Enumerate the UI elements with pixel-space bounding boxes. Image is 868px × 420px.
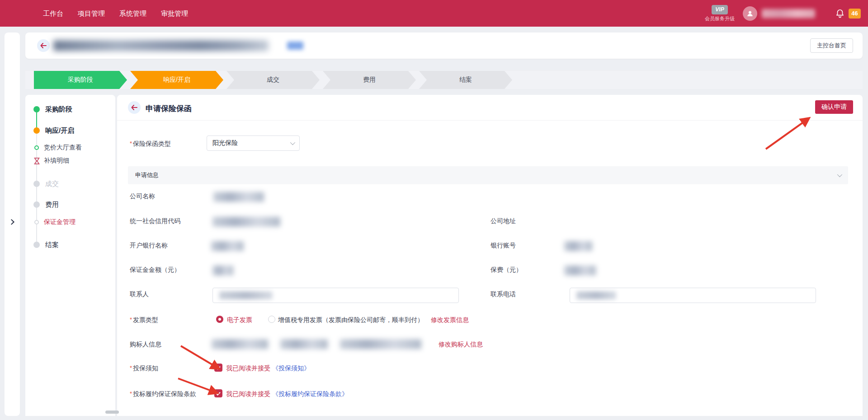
- insurance-notice-checkbox[interactable]: [214, 364, 222, 372]
- section-title: 申请信息: [135, 171, 159, 179]
- edit-buyer-info-link[interactable]: 修改购标人信息: [439, 341, 483, 349]
- step-deal[interactable]: 成交: [226, 71, 320, 89]
- agree-text: 我已阅读并接受: [226, 390, 270, 397]
- sidebar-item-procurement-stage[interactable]: 采购阶段: [25, 105, 115, 114]
- notice-agree-row: 我已阅读并接受 《投保须知》: [226, 364, 310, 373]
- nav-item-project-management[interactable]: 项目管理: [78, 0, 105, 27]
- application-info-section-header[interactable]: 申请信息: [128, 166, 848, 184]
- expand-panel-chevron-icon[interactable]: [9, 219, 14, 225]
- person-icon: [746, 9, 754, 18]
- step-procurement-stage[interactable]: 采购阶段: [34, 71, 127, 89]
- buyer-info-label: 购标人信息: [130, 341, 161, 349]
- stage-current-dot-icon: [33, 127, 40, 134]
- contact-phone-input[interactable]: [570, 288, 816, 303]
- substep-ring-icon: [34, 220, 39, 224]
- vip-caption: 会员服务升级: [705, 15, 735, 22]
- nav-item-workbench[interactable]: 工作台: [43, 0, 63, 27]
- step-fees[interactable]: 费用: [323, 71, 416, 89]
- header-back-button[interactable]: [37, 39, 50, 52]
- contact-phone-label: 联系电话: [491, 290, 516, 299]
- redacted-project-title: [53, 40, 269, 51]
- guarantee-type-label: *保险保函类型: [130, 140, 171, 148]
- check-icon: [216, 391, 220, 395]
- user-avatar[interactable]: [743, 6, 757, 21]
- sidebar-item-response-open[interactable]: 响应/开启: [25, 126, 115, 135]
- hourglass-icon: [34, 158, 40, 164]
- redacted-company-name: [213, 192, 264, 202]
- nav-item-approval-management[interactable]: 审批管理: [161, 0, 188, 27]
- form-back-button[interactable]: [128, 101, 141, 114]
- bank-account-label: 银行账号: [491, 242, 516, 250]
- redacted-status-badge: [287, 42, 303, 50]
- bid-performance-terms-link[interactable]: 《投标履约保证保险条款》: [272, 390, 348, 397]
- stage-pending-dot-icon: [33, 242, 40, 248]
- horizontal-scrollbar-thumb[interactable]: [105, 411, 119, 414]
- sidebar-item-fill-details[interactable]: 补填明细: [25, 156, 115, 165]
- redacted-contact-phone-value: [576, 291, 616, 299]
- required-asterisk: *: [130, 140, 132, 147]
- back-arrow-icon: [40, 43, 47, 48]
- vat-invoice-radio[interactable]: [268, 316, 275, 323]
- step-response-open[interactable]: 响应/开启: [130, 71, 223, 89]
- nav-menu: 工作台 项目管理 系统管理 审批管理: [0, 0, 188, 27]
- bid-performance-terms-checkbox[interactable]: [214, 389, 222, 397]
- stage-sidebar: 采购阶段 响应/开启 竞价大厅查看 补填明细 成交 费用 保证金管理 结案: [25, 95, 115, 416]
- insurance-notice-link[interactable]: 《投保须知》: [272, 364, 310, 372]
- edit-invoice-info-link[interactable]: 修改发票信息: [431, 316, 469, 324]
- notification-bell-icon[interactable]: [835, 8, 845, 19]
- credit-code-label: 统一社会信用代码: [130, 217, 180, 225]
- stage-done-dot-icon: [33, 106, 40, 112]
- required-asterisk: *: [130, 390, 132, 397]
- company-name-label: 公司名称: [130, 192, 155, 201]
- vip-upgrade[interactable]: VIP 会员服务升级: [705, 5, 735, 22]
- redacted-premium: [564, 266, 596, 275]
- redacted-username: [762, 9, 815, 18]
- bank-name-label: 开户银行名称: [130, 242, 168, 250]
- sidebar-item-bidding-hall[interactable]: 竞价大厅查看: [25, 143, 115, 152]
- sidebar-item-deposit-management[interactable]: 保证金管理: [25, 218, 115, 227]
- insurance-guarantee-form-card: 申请保险保函 确认申请 *保险保函类型 阳光保险 申请信息 公司名称 统一社会信…: [117, 95, 863, 416]
- check-icon: [216, 365, 220, 369]
- contact-input[interactable]: [212, 288, 459, 303]
- substep-done-ring-icon: [34, 145, 39, 150]
- collapse-chevron-icon: [837, 172, 842, 177]
- redacted-buyer-phone: [280, 339, 328, 349]
- sidebar-item-deal[interactable]: 成交: [25, 179, 115, 188]
- company-address-label: 公司地址: [491, 217, 516, 225]
- guarantee-type-value: 阳光保险: [212, 139, 238, 147]
- vip-icon: VIP: [712, 5, 728, 14]
- guarantee-type-select[interactable]: 阳光保险: [207, 135, 300, 151]
- vat-invoice-option[interactable]: 增值税专用发票（发票由保险公司邮寄，顺丰到付）: [278, 316, 424, 324]
- redacted-buyer-id: [340, 339, 421, 349]
- redacted-deposit-amount: [212, 266, 233, 275]
- nav-item-system-management[interactable]: 系统管理: [119, 0, 146, 27]
- insurance-notice-label: *投保须知: [130, 364, 158, 373]
- required-asterisk: *: [130, 364, 132, 371]
- step-closing[interactable]: 结案: [419, 71, 512, 89]
- chevron-down-icon: [290, 140, 295, 145]
- contact-label: 联系人: [130, 290, 149, 299]
- required-asterisk: *: [130, 316, 132, 323]
- top-navbar: 工作台 项目管理 系统管理 审批管理 VIP 会员服务升级 46: [0, 0, 868, 27]
- stage-pending-dot-icon: [33, 201, 40, 208]
- collapsed-left-rail: [5, 33, 20, 416]
- notification-count-badge[interactable]: 46: [849, 9, 861, 19]
- agree-text: 我已阅读并接受: [226, 364, 270, 372]
- page-title: 申请保险保函: [146, 103, 192, 114]
- redacted-credit-code: [212, 217, 280, 227]
- redacted-buyer-name: [212, 339, 268, 349]
- electronic-invoice-radio[interactable]: [216, 316, 223, 323]
- electronic-invoice-option[interactable]: 电子发票: [227, 316, 252, 324]
- redacted-contact-value: [219, 291, 273, 299]
- divider: [117, 120, 863, 121]
- invoice-type-label: *发票类型: [130, 316, 158, 324]
- sidebar-item-closing[interactable]: 结案: [25, 240, 115, 249]
- phase-progress-bar: 采购阶段 响应/开启 成交 费用 结案: [25, 71, 863, 89]
- terms-agree-row: 我已阅读并接受 《投标履约保证保险条款》: [226, 390, 348, 398]
- deposit-amount-label: 保证金金额（元）: [130, 266, 180, 274]
- console-home-button[interactable]: 主控台首页: [810, 38, 853, 53]
- premium-label: 保费（元）: [491, 266, 522, 274]
- confirm-apply-button[interactable]: 确认申请: [815, 100, 853, 114]
- redacted-bank-account: [564, 241, 592, 251]
- sidebar-item-fees[interactable]: 费用: [25, 200, 115, 209]
